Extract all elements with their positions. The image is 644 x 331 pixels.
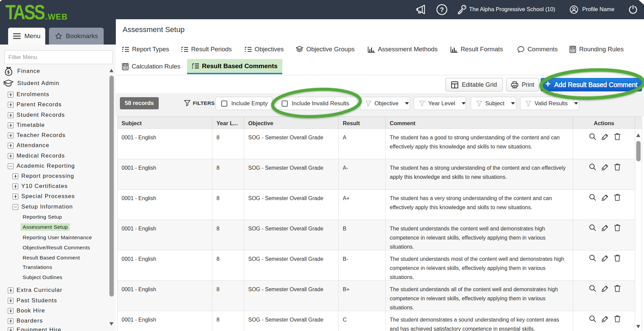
svg-text:$: $ — [7, 70, 10, 74]
svg-text:?: ? — [440, 6, 444, 13]
